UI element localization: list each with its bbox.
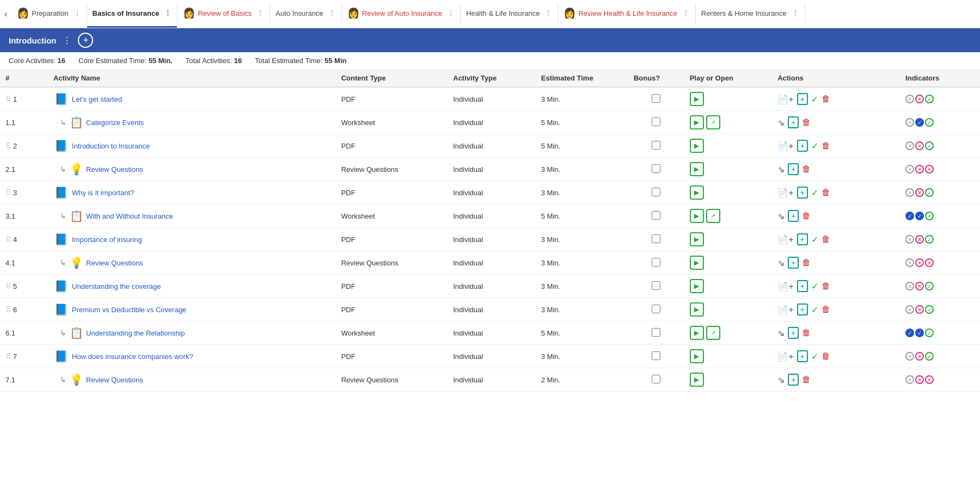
indicator-2-1[interactable]: ✓ [925,95,934,103]
indicator-2-7[interactable]: ✓ [925,352,934,361]
delete-button-3[interactable]: 🗑 [822,188,830,197]
drag-handle[interactable]: ⠿ [5,95,13,103]
delete-button-2[interactable]: 🗑 [822,141,830,151]
drag-handle[interactable]: ⠿ [5,188,13,197]
activity-link-3.1[interactable]: With and Without Insurance [86,212,173,220]
add-plus-button-1[interactable]: + [797,93,808,105]
play-button-5[interactable]: ▶ [690,279,704,293]
indicator-2-6.1[interactable]: ✓ [925,329,934,337]
indicator-0-7[interactable]: ✕ [905,352,914,361]
move-down-button-4.1[interactable]: ⇘ [777,258,785,268]
indicator-0-2[interactable]: ✕ [905,141,914,150]
indicator-2-5[interactable]: ✓ [925,282,934,290]
tab-review-health[interactable]: 👩Review Health & Life Insurance⋮ [558,0,695,28]
bonus-checkbox-4[interactable] [652,234,660,243]
doc-add-button-7[interactable]: 📄+ [777,351,793,362]
play-button-7.1[interactable]: ▶ [690,373,704,387]
open-button-3.1[interactable]: ↗ [706,209,720,223]
delete-button-2.1[interactable]: 🗑 [802,164,811,174]
drag-handle[interactable]: ⠿ [5,305,13,314]
indicator-0-1[interactable]: ✕ [905,95,914,103]
open-button-6.1[interactable]: ↗ [706,326,720,340]
indicator-2-7.1[interactable]: ✕ [925,375,934,384]
activity-link-4[interactable]: Importance of insuring [72,236,142,244]
add-plus-button-3[interactable]: + [797,187,808,199]
indicator-2-6[interactable]: ✓ [925,305,934,314]
move-down-button-1.1[interactable]: ⇘ [777,117,785,128]
check-button-4[interactable]: ✓ [811,234,818,245]
indicator-1-7[interactable]: ✕ [915,352,924,361]
delete-button-7[interactable]: 🗑 [822,351,830,361]
play-button-4[interactable]: ▶ [690,232,704,246]
add-plus-button-6.1[interactable]: + [788,327,799,339]
indicator-2-3.1[interactable]: ✓ [925,212,934,220]
indicator-0-7.1[interactable]: ✕ [905,375,914,384]
activity-link-6[interactable]: Premium vs Deductible vs Coverage [72,306,186,314]
activity-link-7.1[interactable]: Review Questions [86,376,143,384]
check-button-7[interactable]: ✓ [811,351,818,362]
indicator-2-2.1[interactable]: ✕ [925,165,934,174]
doc-add-button-5[interactable]: 📄+ [777,281,793,292]
bonus-checkbox-2[interactable] [652,141,660,150]
delete-button-1.1[interactable]: 🗑 [802,117,811,127]
play-button-4.1[interactable]: ▶ [690,256,704,270]
tab-renters[interactable]: Renters & Home Insurance⋮ [696,0,805,28]
indicator-2-4.1[interactable]: ✕ [925,258,934,267]
indicator-1-1.1[interactable]: ✓ [915,118,924,127]
indicator-0-6[interactable]: ✕ [905,305,914,314]
drag-handle[interactable]: ⠿ [5,282,13,290]
tab-menu-renters[interactable]: ⋮ [792,9,799,17]
play-button-2[interactable]: ▶ [690,139,704,153]
doc-add-button-6[interactable]: 📄+ [777,305,793,315]
add-plus-button-5[interactable]: + [797,280,808,292]
tab-review-auto[interactable]: 👩Review of Auto Insurance⋮ [342,0,460,28]
indicator-2-2[interactable]: ✓ [925,141,934,150]
indicator-1-6.1[interactable]: ✓ [915,329,924,337]
tab-auto[interactable]: Auto Insurance⋮ [270,0,341,28]
play-button-7[interactable]: ▶ [690,349,704,363]
bonus-checkbox-3[interactable] [652,188,660,196]
indicator-2-4[interactable]: ✓ [925,235,934,244]
bonus-checkbox-4.1[interactable] [652,258,660,267]
activity-link-2[interactable]: Introduction to Insurance [72,142,150,150]
bonus-checkbox-6[interactable] [652,305,660,313]
play-button-2.1[interactable]: ▶ [690,162,704,176]
doc-add-button-4[interactable]: 📄+ [777,234,793,245]
delete-button-5[interactable]: 🗑 [822,281,830,291]
check-button-3[interactable]: ✓ [811,188,818,198]
indicator-1-4[interactable]: ✕ [915,235,924,244]
delete-button-4.1[interactable]: 🗑 [802,258,811,268]
add-plus-button-4.1[interactable]: + [788,257,799,269]
tab-preparation[interactable]: 👩Preparation⋮ [11,0,86,28]
indicator-0-4[interactable]: ✕ [905,235,914,244]
add-plus-button-7.1[interactable]: + [788,374,799,386]
check-button-2[interactable]: ✓ [811,141,818,151]
tab-health-life[interactable]: Health & Life Insurance⋮ [461,0,558,28]
bonus-checkbox-2.1[interactable] [652,164,660,173]
tab-menu-review-auto[interactable]: ⋮ [447,9,455,17]
move-down-button-3.1[interactable]: ⇘ [777,211,785,221]
play-button-1[interactable]: ▶ [690,92,704,106]
add-activity-button[interactable]: + [78,33,93,48]
indicator-0-6.1[interactable]: ✓ [905,329,914,337]
indicator-1-2[interactable]: ✕ [915,141,924,150]
play-button-6[interactable]: ▶ [690,302,704,317]
add-plus-button-7[interactable]: + [797,350,808,362]
activity-link-3[interactable]: Why is it important? [72,189,134,197]
indicator-0-2.1[interactable]: ✕ [905,165,914,174]
play-button-3[interactable]: ▶ [690,185,704,200]
add-plus-button-2[interactable]: + [797,140,808,152]
bonus-checkbox-1.1[interactable] [652,117,660,126]
add-plus-button-6[interactable]: + [797,303,808,315]
bonus-checkbox-7[interactable] [652,351,660,360]
bonus-checkbox-7.1[interactable] [652,375,660,383]
play-button-1.1[interactable]: ▶ [690,115,704,129]
delete-button-1[interactable]: 🗑 [822,94,830,104]
tab-menu-review-basics[interactable]: ⋮ [256,9,264,17]
tab-prev-button[interactable]: ‹ [0,0,11,28]
drag-handle[interactable]: ⠿ [5,352,13,361]
tab-review-basics[interactable]: 👩Review of Basics⋮ [177,0,270,28]
indicator-2-1.1[interactable]: ✓ [925,118,934,127]
check-button-1[interactable]: ✓ [811,94,818,104]
bonus-checkbox-6.1[interactable] [652,328,660,337]
